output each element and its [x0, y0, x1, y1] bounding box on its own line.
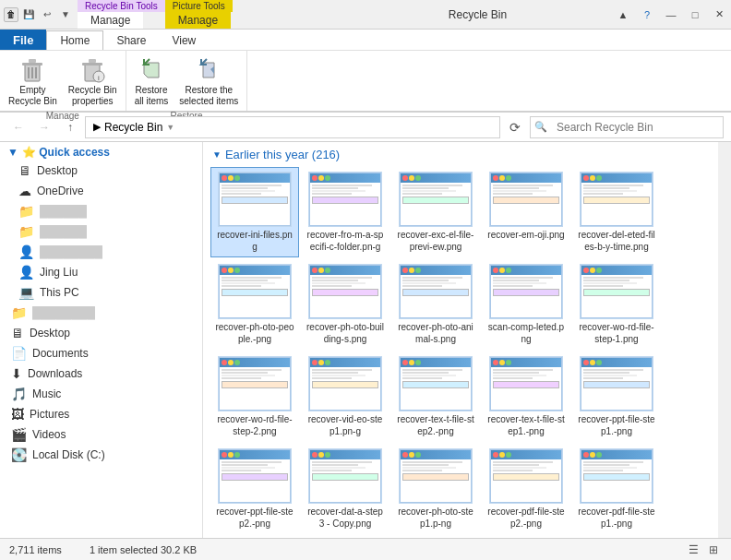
- file-item[interactable]: recover-ppt-file-step1.-png: [572, 351, 661, 442]
- search-icon: 🔍: [531, 121, 551, 133]
- quick-access-toolbar: 🗑 💾 ↩ ▼: [0, 0, 78, 29]
- folder-icon-3: 📁: [11, 305, 27, 320]
- sidebar-item-desktop[interactable]: 🖥 Desktop: [0, 161, 202, 181]
- large-icons-btn[interactable]: ⊞: [705, 542, 722, 558]
- address-input[interactable]: ▶ Recycle Bin ▼: [85, 116, 500, 138]
- details-view-btn[interactable]: ☰: [685, 542, 701, 558]
- restore-all-btn[interactable]: Restoreall items: [130, 53, 174, 110]
- sidebar-item-downloads[interactable]: ⬇ Downloads: [0, 363, 202, 384]
- ribbon-manage-group: EmptyRecycle Bin i Recycle Binproperties: [0, 51, 126, 111]
- picture-tools-group: Picture Tools Manage: [165, 0, 233, 29]
- search-input[interactable]: [551, 121, 723, 134]
- section-header[interactable]: ▼ Earlier this year (216): [203, 142, 731, 167]
- quick-access-header[interactable]: ▼ ⭐ Quick access: [0, 142, 202, 161]
- sidebar-item-videos[interactable]: 🎬 Videos: [0, 424, 202, 445]
- file-item[interactable]: recover-exc-el-file-step-2.png: [572, 536, 661, 538]
- empty-recycle-bin-icon: [18, 55, 47, 85]
- sidebar-item-pictures[interactable]: 🖼 Pictures: [0, 404, 202, 424]
- sidebar-item-localdisk[interactable]: 💽 Local Disk (C:): [0, 445, 202, 465]
- ribbon-restore-group: Restoreall items Restore theselected ite…: [126, 51, 248, 111]
- file-name: recover-pdf-file-step2.-png: [486, 506, 566, 530]
- svg-rect-7: [82, 63, 102, 66]
- sidebar-item-desktop2[interactable]: 🖥 Desktop: [0, 323, 202, 343]
- sidebar-blurred3-label: ████████: [40, 245, 102, 258]
- file-item[interactable]: recover-ph-oto-building-s.png: [301, 259, 389, 350]
- refresh-btn[interactable]: ⟳: [504, 116, 526, 138]
- minimize-btn[interactable]: —: [659, 6, 683, 24]
- maximize-btn[interactable]: □: [683, 6, 707, 24]
- user-icon-2: 👤: [18, 265, 34, 280]
- file-item[interactable]: recover-ppt-file-step2.-png: [210, 444, 299, 534]
- file-name: recover-ppt-file-step1.-png: [577, 413, 656, 437]
- file-item[interactable]: recover-ini-files.png: [210, 167, 299, 257]
- back-btn[interactable]: ←: [7, 116, 30, 138]
- empty-recycle-bin-label: EmptyRecycle Bin: [8, 85, 57, 107]
- folder-icon-2: 📁: [18, 224, 34, 239]
- file-tab[interactable]: File: [0, 30, 46, 50]
- qat-undo[interactable]: ↩: [39, 6, 55, 23]
- file-name: recover-wo-rd-file-step-1.png: [577, 321, 656, 345]
- address-dropdown-arrow[interactable]: ▼: [166, 123, 174, 132]
- main-tabs: Home Share View: [46, 30, 209, 50]
- file-item[interactable]: scan-comp-leted.png: [482, 259, 570, 350]
- tab-manage-picture[interactable]: Manage: [165, 12, 231, 29]
- file-item[interactable]: recover-pdf-file-step1.-png: [572, 444, 661, 534]
- file-item[interactable]: recover-offi-ce-file-step-2: [210, 536, 299, 538]
- sidebar-item-onedrive[interactable]: ☁ OneDrive: [0, 181, 202, 201]
- restore-group-items: Restoreall items Restore theselected ite…: [130, 53, 244, 110]
- sidebar-item-jingliu[interactable]: 👤 Jing Liu: [0, 262, 202, 282]
- file-item[interactable]: recover-exc-el-file-previ-ew.png: [391, 167, 480, 257]
- folder-icon-1: 📁: [18, 204, 34, 219]
- file-item[interactable]: recover-dat-a-step3 - Copy.png: [301, 444, 389, 534]
- empty-recycle-bin-btn[interactable]: EmptyRecycle Bin: [4, 53, 62, 110]
- file-item[interactable]: recover-ph-oto-step1.p-ng: [391, 444, 480, 534]
- qat-customize[interactable]: ▼: [57, 6, 74, 23]
- collapse-ribbon-btn[interactable]: ▲: [611, 6, 635, 24]
- sidebar-item-music[interactable]: 🎵 Music: [0, 384, 202, 404]
- sidebar-item-blurred4[interactable]: 📁 ████████: [0, 303, 202, 323]
- sidebar-item-blurred3[interactable]: 👤 ████████: [0, 242, 202, 262]
- up-btn[interactable]: ↑: [59, 116, 81, 138]
- file-item[interactable]: recover-del-eted-files-b-y-time.png: [572, 167, 661, 257]
- close-btn[interactable]: ✕: [707, 6, 731, 24]
- sidebar-documents-label: Documents: [32, 347, 89, 360]
- file-name: recover-pdf-file-step1.-png: [577, 506, 656, 530]
- tab-manage-recycle[interactable]: Manage: [78, 12, 143, 29]
- file-item[interactable]: recover-vid-eo-step1.pn-g: [301, 351, 389, 442]
- ribbon-commands: EmptyRecycle Bin i Recycle Binproperties: [0, 50, 731, 111]
- sidebar-downloads-label: Downloads: [28, 367, 82, 380]
- sidebar-item-documents[interactable]: 📄 Documents: [0, 343, 202, 363]
- file-item[interactable]: recover-ext-ernal-dev-ice-step3.pn-g: [391, 536, 480, 538]
- file-name: recover-tex-t-file-step2.-png: [396, 413, 475, 437]
- file-item[interactable]: recover-fro-m-a-specifi-c-folder.pn-g: [301, 167, 389, 257]
- file-thumbnail: [489, 448, 563, 504]
- sidebar-item-blurred1[interactable]: 📁 ██████: [0, 201, 202, 221]
- file-item[interactable]: recover-pdf-file-step2.-png: [482, 444, 570, 534]
- sidebar-music-label: Music: [32, 387, 61, 400]
- forward-btn[interactable]: →: [33, 116, 55, 138]
- restore-all-label: Restoreall items: [135, 85, 169, 107]
- file-item[interactable]: recover-tex-t-file-step2.-png: [391, 351, 480, 442]
- file-name: recover-ph-oto-building-s.png: [306, 321, 385, 345]
- qat-save[interactable]: 💾: [20, 6, 37, 23]
- tab-home[interactable]: Home: [46, 30, 103, 51]
- sidebar-item-blurred2[interactable]: 📁 ██████: [0, 221, 202, 242]
- file-item[interactable]: recover-ph-oto-animal-s.png: [391, 259, 480, 350]
- file-item[interactable]: recover-ph-oto-people.-png: [210, 259, 299, 350]
- sidebar-item-thispc[interactable]: 💻 This PC: [0, 282, 202, 303]
- file-item[interactable]: recover-wo-rd-file-step-2.png: [210, 351, 299, 442]
- file-name: recover-tex-t-file-step1.-png: [486, 413, 566, 437]
- tab-view[interactable]: View: [159, 31, 209, 50]
- recycle-bin-properties-btn[interactable]: i Recycle Binproperties: [64, 53, 122, 110]
- file-item[interactable]: recover-ext-ernal-devi-ce-step2.pn-g: [482, 536, 570, 538]
- help-btn[interactable]: ?: [635, 6, 659, 24]
- file-item[interactable]: recover-em-oji.png: [482, 167, 570, 257]
- tab-share[interactable]: Share: [103, 31, 159, 50]
- file-item[interactable]: recover-wo-rd-file-step-1.png: [572, 259, 661, 350]
- file-item[interactable]: recover-offi-ce-file-step-1.png: [301, 536, 389, 538]
- ribbon-tabs-row: File Home Share View: [0, 30, 731, 50]
- file-thumbnail: [308, 356, 382, 411]
- restore-selected-btn[interactable]: Restore theselected items: [174, 53, 243, 110]
- file-item[interactable]: recover-tex-t-file-step1.-png: [482, 351, 570, 442]
- address-bar: ← → ↑ ▶ Recycle Bin ▼ ⟳ 🔍: [0, 113, 731, 142]
